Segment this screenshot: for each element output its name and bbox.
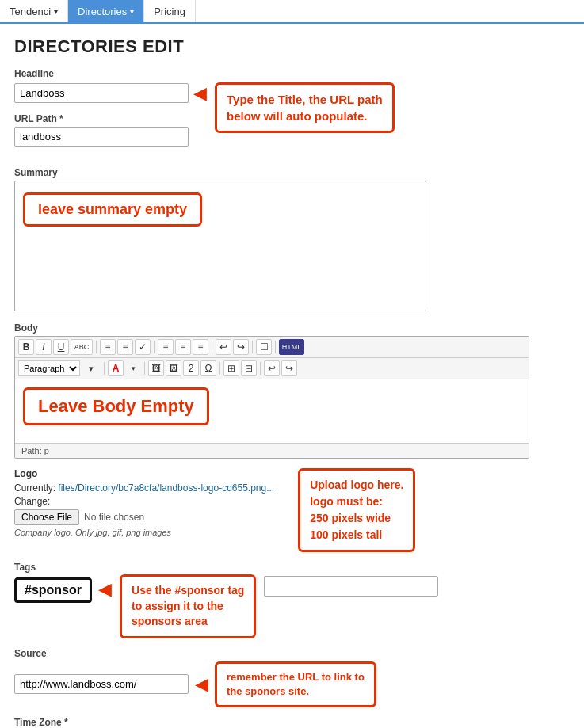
toolbar-align-center[interactable]: ≡ (175, 339, 191, 355)
choose-file-button[interactable]: Choose File (14, 509, 79, 525)
page-title: DIRECTORIES EDIT (14, 36, 570, 57)
editor-toolbar2: Paragraph ▾ A ▾ 🖼 🖼 2 Ω ⊞ ⊟ ↩ ↪ (15, 358, 529, 379)
logo-currently-label: Currently: (14, 482, 55, 494)
editor-body[interactable]: Leave Body Empty (15, 379, 529, 443)
path-label: Path: (21, 446, 42, 455)
file-name-text: No file chosen (84, 512, 144, 523)
file-input-row: Choose File No file chosen (14, 509, 274, 525)
timezone-label: Time Zone * (14, 717, 570, 728)
toolbar-image[interactable]: ☐ (256, 339, 272, 355)
source-arrow-icon: ◀ (195, 674, 208, 695)
logo-currently-value: files/Directory/bc7a8cfa/landboss-logo-c… (58, 482, 274, 494)
toolbar-rem-row[interactable]: ⊟ (241, 360, 257, 376)
logo-currently-link[interactable]: files/Directory/bc7a8cfa/landboss-logo-c… (58, 482, 274, 494)
tags-label: Tags (14, 562, 112, 573)
toolbar-img2[interactable]: 🖼 (148, 360, 164, 376)
toolbar-font-caret[interactable]: ▾ (125, 360, 141, 376)
nav-directories-label: Directories (78, 6, 127, 17)
url-path-label: URL Path * (14, 113, 207, 124)
source-annotation-text: remember the URL to link to the sponors … (227, 671, 365, 697)
toolbar-add-row[interactable]: ⊞ (223, 360, 239, 376)
body-annotation: Leave Body Empty (23, 387, 209, 425)
headline-left: Headline ◀ URL Path * (14, 68, 207, 156)
toolbar-redo2[interactable]: ↪ (281, 360, 297, 376)
editor-container: B I U ABC ≡ ≡ ✓ ≡ ≡ ≡ ↩ ↪ ☐ HTML (14, 336, 529, 459)
summary-textarea[interactable]: leave summary empty (14, 181, 426, 311)
nav-directories-caret: ▾ (130, 7, 134, 16)
tags-annotation-text: Use the #sponsor tag to assign it to the… (132, 584, 244, 627)
toolbar-ul[interactable]: ≡ (100, 339, 116, 355)
toolbar-ol[interactable]: ≡ (117, 339, 133, 355)
toolbar-two[interactable]: 2 (183, 360, 199, 376)
logo-currently: Currently: files/Directory/bc7a8cfa/land… (14, 482, 274, 494)
page-content: DIRECTORIES EDIT Headline ◀ URL Path * T… (0, 24, 584, 728)
toolbar-img3[interactable]: 🖼 (166, 360, 181, 376)
navbar: Tendenci ▾ Directories ▾ Pricing (0, 0, 584, 24)
source-input[interactable] (14, 674, 189, 694)
toolbar-align-right[interactable]: ≡ (193, 339, 208, 355)
toolbar-para-expand[interactable]: ▾ (82, 360, 101, 376)
body-annotation-text: Leave Body Empty (38, 396, 194, 416)
tags-section: Tags #sponsor ◀ Use the #sponsor tag to … (14, 562, 570, 638)
toolbar-bold[interactable]: B (18, 339, 34, 355)
url-path-field: URL Path * (14, 113, 207, 147)
paragraph-select[interactable]: Paragraph (18, 360, 80, 376)
sep4 (252, 341, 253, 353)
logo-annotation: Upload logo here. logo must be: 250 pixe… (298, 468, 415, 552)
nav-directories[interactable]: Directories ▾ (68, 0, 144, 22)
source-row: ◀ remember the URL to link to the sponor… (14, 661, 570, 707)
sep6 (104, 362, 105, 375)
sep5 (275, 341, 276, 353)
tags-annotation: Use the #sponsor tag to assign it to the… (120, 574, 256, 638)
nav-tendenci-caret: ▾ (54, 7, 58, 16)
toolbar-indent[interactable]: ✓ (135, 339, 151, 355)
toolbar-undo[interactable]: ↩ (216, 339, 231, 355)
sep8 (219, 362, 220, 375)
toolbar-underline[interactable]: U (53, 339, 69, 355)
summary-annotation-text: leave summary empty (38, 201, 187, 217)
url-path-input[interactable] (14, 127, 189, 147)
toolbar-omega[interactable]: Ω (200, 360, 216, 376)
sep7 (144, 362, 145, 375)
toolbar-italic[interactable]: I (36, 339, 52, 355)
path-value: p (44, 446, 49, 455)
nav-tendenci-label: Tendenci (10, 6, 51, 17)
nav-tendenci[interactable]: Tendenci ▾ (0, 0, 68, 22)
body-section: Body B I U ABC ≡ ≡ ✓ ≡ ≡ ≡ ↩ ↪ ☐ (14, 322, 570, 459)
logo-row: Logo Currently: files/Directory/bc7a8cfa… (14, 468, 570, 552)
headline-input-wrap: ◀ (14, 82, 207, 104)
headline-field: Headline ◀ (14, 68, 207, 104)
logo-hint: Company logo. Only jpg, gif, png images (14, 528, 274, 537)
editor-path: Path: p (15, 443, 529, 458)
source-annotation: remember the URL to link to the sponors … (215, 661, 376, 707)
logo-label: Logo (14, 468, 274, 479)
logo-left: Logo Currently: files/Directory/bc7a8cfa… (14, 468, 274, 537)
nav-pricing[interactable]: Pricing (144, 0, 196, 22)
tags-input[interactable] (264, 576, 438, 597)
logo-annotation-text: Upload logo here. logo must be: 250 pixe… (310, 478, 403, 541)
headline-label: Headline (14, 68, 207, 79)
toolbar-abc[interactable]: ABC (71, 339, 93, 355)
headline-section: Headline ◀ URL Path * Type the Title, th… (14, 68, 570, 156)
sep3 (212, 341, 212, 353)
toolbar-undo2[interactable]: ↩ (264, 360, 280, 376)
source-label: Source (14, 648, 570, 659)
summary-label: Summary (14, 167, 570, 178)
sponsor-tag: #sponsor (14, 577, 92, 603)
toolbar-font-color[interactable]: A (108, 360, 124, 376)
headline-annotation-text: Type the Title, the URL path below will … (227, 93, 383, 123)
sep9 (260, 362, 261, 375)
sep2 (154, 341, 155, 353)
tags-left: Tags #sponsor ◀ (14, 562, 112, 603)
headline-input[interactable] (14, 83, 189, 103)
body-label: Body (14, 322, 570, 334)
toolbar-align-left[interactable]: ≡ (158, 339, 174, 355)
sep1 (96, 341, 97, 353)
editor-toolbar1: B I U ABC ≡ ≡ ✓ ≡ ≡ ≡ ↩ ↪ ☐ HTML (15, 337, 529, 358)
summary-section: Summary leave summary empty (14, 167, 570, 311)
logo-change-label: Change: (14, 496, 50, 507)
logo-change: Change: (14, 496, 274, 507)
toolbar-redo[interactable]: ↪ (233, 339, 249, 355)
toolbar-html[interactable]: HTML (279, 339, 304, 355)
nav-pricing-label: Pricing (154, 6, 185, 17)
